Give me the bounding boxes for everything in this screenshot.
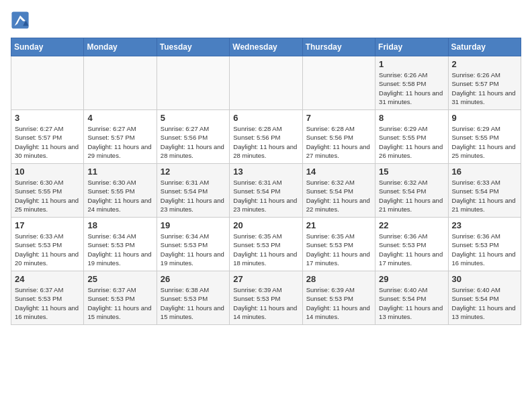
calendar-table: SundayMondayTuesdayWednesdayThursdayFrid… — [11, 38, 521, 325]
calendar-cell: 6Sunrise: 6:28 AM Sunset: 5:56 PM Daylig… — [230, 110, 302, 164]
day-info: Sunrise: 6:39 AM Sunset: 5:53 PM Dayligh… — [306, 285, 371, 321]
day-number: 21 — [306, 220, 371, 230]
day-info: Sunrise: 6:35 AM Sunset: 5:53 PM Dayligh… — [306, 232, 371, 267]
day-number: 16 — [452, 167, 517, 177]
day-info: Sunrise: 6:30 AM Sunset: 5:55 PM Dayligh… — [15, 178, 80, 214]
day-number: 7 — [306, 113, 371, 123]
calendar-cell: 26Sunrise: 6:38 AM Sunset: 5:53 PM Dayli… — [157, 271, 229, 325]
calendar-week-row: 1Sunrise: 6:26 AM Sunset: 5:58 PM Daylig… — [11, 56, 521, 110]
day-info: Sunrise: 6:29 AM Sunset: 5:55 PM Dayligh… — [452, 124, 517, 160]
calendar-week-row: 24Sunrise: 6:37 AM Sunset: 5:53 PM Dayli… — [11, 271, 521, 325]
day-number: 30 — [452, 274, 517, 284]
day-info: Sunrise: 6:32 AM Sunset: 5:54 PM Dayligh… — [306, 178, 371, 214]
calendar-body: 1Sunrise: 6:26 AM Sunset: 5:58 PM Daylig… — [11, 56, 521, 325]
calendar-cell: 22Sunrise: 6:36 AM Sunset: 5:53 PM Dayli… — [375, 218, 448, 271]
day-number: 27 — [233, 274, 298, 284]
calendar-cell: 12Sunrise: 6:31 AM Sunset: 5:54 PM Dayli… — [157, 164, 229, 218]
day-number: 8 — [379, 113, 444, 123]
calendar-week-row: 10Sunrise: 6:30 AM Sunset: 5:55 PM Dayli… — [11, 164, 521, 218]
weekday-header: Wednesday — [230, 38, 302, 56]
day-info: Sunrise: 6:33 AM Sunset: 5:54 PM Dayligh… — [452, 178, 517, 214]
calendar-cell: 14Sunrise: 6:32 AM Sunset: 5:54 PM Dayli… — [302, 164, 375, 218]
calendar-cell: 5Sunrise: 6:27 AM Sunset: 5:56 PM Daylig… — [157, 110, 229, 164]
calendar-cell: 2Sunrise: 6:26 AM Sunset: 5:57 PM Daylig… — [448, 56, 521, 110]
day-info: Sunrise: 6:29 AM Sunset: 5:55 PM Dayligh… — [379, 124, 444, 160]
day-info: Sunrise: 6:28 AM Sunset: 5:56 PM Dayligh… — [233, 124, 298, 160]
day-info: Sunrise: 6:34 AM Sunset: 5:53 PM Dayligh… — [87, 232, 152, 267]
day-number: 24 — [15, 274, 80, 284]
day-info: Sunrise: 6:39 AM Sunset: 5:53 PM Dayligh… — [233, 285, 298, 321]
calendar-cell: 13Sunrise: 6:31 AM Sunset: 5:54 PM Dayli… — [230, 164, 302, 218]
calendar-cell: 16Sunrise: 6:33 AM Sunset: 5:54 PM Dayli… — [448, 164, 521, 218]
day-number: 11 — [87, 167, 152, 177]
calendar-cell: 10Sunrise: 6:30 AM Sunset: 5:55 PM Dayli… — [11, 164, 84, 218]
day-number: 9 — [452, 113, 517, 123]
calendar-cell: 19Sunrise: 6:34 AM Sunset: 5:53 PM Dayli… — [157, 218, 229, 271]
day-info: Sunrise: 6:32 AM Sunset: 5:54 PM Dayligh… — [379, 178, 444, 214]
calendar-cell: 24Sunrise: 6:37 AM Sunset: 5:53 PM Dayli… — [11, 271, 84, 325]
day-info: Sunrise: 6:38 AM Sunset: 5:53 PM Dayligh… — [161, 285, 226, 321]
day-info: Sunrise: 6:40 AM Sunset: 5:54 PM Dayligh… — [452, 285, 517, 321]
calendar-cell: 21Sunrise: 6:35 AM Sunset: 5:53 PM Dayli… — [302, 218, 375, 271]
day-number: 2 — [452, 59, 517, 69]
day-number: 5 — [161, 113, 226, 123]
day-number: 3 — [15, 113, 80, 123]
day-number: 15 — [379, 167, 444, 177]
calendar-cell: 29Sunrise: 6:40 AM Sunset: 5:54 PM Dayli… — [375, 271, 448, 325]
page-header — [11, 11, 521, 30]
day-number: 4 — [87, 113, 152, 123]
weekday-header: Sunday — [11, 38, 84, 56]
calendar-cell: 1Sunrise: 6:26 AM Sunset: 5:58 PM Daylig… — [375, 56, 448, 110]
calendar-cell: 28Sunrise: 6:39 AM Sunset: 5:53 PM Dayli… — [302, 271, 375, 325]
calendar-cell: 11Sunrise: 6:30 AM Sunset: 5:55 PM Dayli… — [84, 164, 157, 218]
weekday-header: Tuesday — [157, 38, 229, 56]
calendar-cell — [84, 56, 157, 110]
calendar-cell — [230, 56, 302, 110]
calendar-cell: 17Sunrise: 6:33 AM Sunset: 5:53 PM Dayli… — [11, 218, 84, 271]
day-number: 22 — [379, 220, 444, 230]
day-info: Sunrise: 6:31 AM Sunset: 5:54 PM Dayligh… — [161, 178, 226, 214]
calendar-week-row: 17Sunrise: 6:33 AM Sunset: 5:53 PM Dayli… — [11, 218, 521, 271]
day-info: Sunrise: 6:28 AM Sunset: 5:56 PM Dayligh… — [306, 124, 371, 160]
weekday-header: Thursday — [302, 38, 375, 56]
day-number: 10 — [15, 167, 80, 177]
logo — [11, 11, 31, 30]
calendar-cell: 30Sunrise: 6:40 AM Sunset: 5:54 PM Dayli… — [448, 271, 521, 325]
calendar-cell: 15Sunrise: 6:32 AM Sunset: 5:54 PM Dayli… — [375, 164, 448, 218]
day-number: 20 — [233, 220, 298, 230]
day-number: 6 — [233, 113, 298, 123]
day-number: 26 — [161, 274, 226, 284]
day-info: Sunrise: 6:27 AM Sunset: 5:56 PM Dayligh… — [161, 124, 226, 160]
calendar-week-row: 3Sunrise: 6:27 AM Sunset: 5:57 PM Daylig… — [11, 110, 521, 164]
weekday-header: Saturday — [448, 38, 521, 56]
svg-rect-0 — [11, 11, 28, 28]
day-info: Sunrise: 6:27 AM Sunset: 5:57 PM Dayligh… — [15, 124, 80, 160]
calendar-cell — [11, 56, 84, 110]
day-number: 1 — [379, 59, 444, 69]
day-info: Sunrise: 6:30 AM Sunset: 5:55 PM Dayligh… — [87, 178, 152, 214]
logo-icon — [11, 11, 30, 30]
day-info: Sunrise: 6:34 AM Sunset: 5:53 PM Dayligh… — [161, 232, 226, 267]
day-info: Sunrise: 6:40 AM Sunset: 5:54 PM Dayligh… — [379, 285, 444, 321]
calendar-cell: 23Sunrise: 6:36 AM Sunset: 5:53 PM Dayli… — [448, 218, 521, 271]
day-info: Sunrise: 6:26 AM Sunset: 5:57 PM Dayligh… — [452, 71, 517, 106]
day-info: Sunrise: 6:26 AM Sunset: 5:58 PM Dayligh… — [379, 71, 444, 106]
day-number: 14 — [306, 167, 371, 177]
day-info: Sunrise: 6:36 AM Sunset: 5:53 PM Dayligh… — [452, 232, 517, 267]
calendar-header: SundayMondayTuesdayWednesdayThursdayFrid… — [11, 38, 521, 56]
day-number: 23 — [452, 220, 517, 230]
day-number: 25 — [87, 274, 152, 284]
calendar-cell: 8Sunrise: 6:29 AM Sunset: 5:55 PM Daylig… — [375, 110, 448, 164]
day-number: 18 — [87, 220, 152, 230]
calendar-cell: 25Sunrise: 6:37 AM Sunset: 5:53 PM Dayli… — [84, 271, 157, 325]
weekday-header: Friday — [375, 38, 448, 56]
calendar-cell: 20Sunrise: 6:35 AM Sunset: 5:53 PM Dayli… — [230, 218, 302, 271]
day-info: Sunrise: 6:35 AM Sunset: 5:53 PM Dayligh… — [233, 232, 298, 267]
calendar-cell — [302, 56, 375, 110]
calendar-cell: 4Sunrise: 6:27 AM Sunset: 5:57 PM Daylig… — [84, 110, 157, 164]
day-number: 19 — [161, 220, 226, 230]
calendar-cell — [157, 56, 229, 110]
day-number: 29 — [379, 274, 444, 284]
calendar-cell: 3Sunrise: 6:27 AM Sunset: 5:57 PM Daylig… — [11, 110, 84, 164]
calendar-cell: 27Sunrise: 6:39 AM Sunset: 5:53 PM Dayli… — [230, 271, 302, 325]
